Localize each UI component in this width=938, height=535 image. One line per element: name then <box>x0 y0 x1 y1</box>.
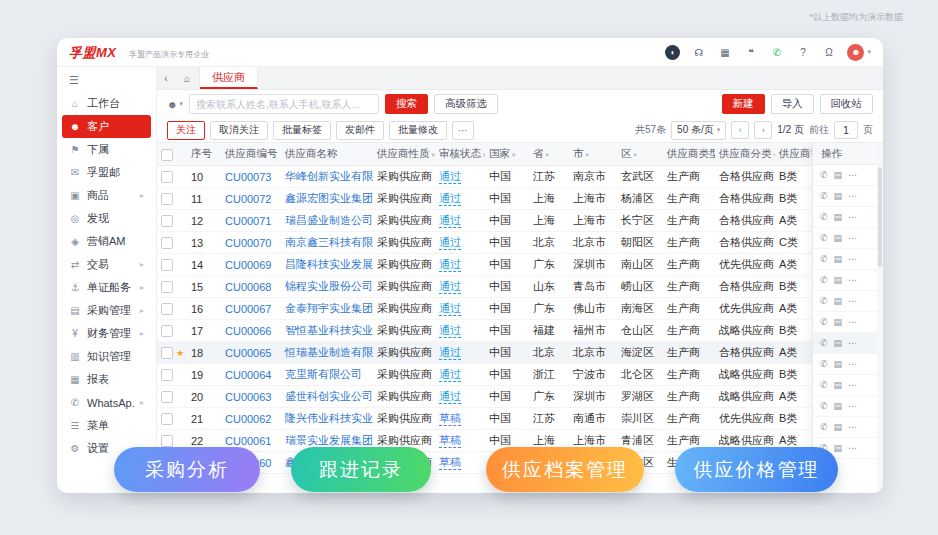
support-headset-icon[interactable]: ☊ <box>691 45 706 60</box>
supplier-code-link[interactable]: CU00070 <box>225 237 271 249</box>
supplier-name-link[interactable]: 锦程实业股份公司 <box>285 280 373 292</box>
search-button[interactable]: 搜索 <box>385 94 428 114</box>
col-header-5[interactable]: 国家▾ <box>485 143 529 166</box>
chat-icon[interactable]: ❝ <box>743 45 758 60</box>
filter-caret-icon[interactable]: ▾ <box>432 151 435 158</box>
tab-suppliers[interactable]: 供应商 <box>200 67 258 89</box>
supplier-name-link[interactable]: 金泰翔宇实业集团 <box>285 302 373 314</box>
filter-caret-icon[interactable]: ▾ <box>586 151 589 158</box>
row-checkbox[interactable] <box>161 303 173 315</box>
detail-doc-icon[interactable]: ▤ <box>834 191 843 201</box>
search-input[interactable] <box>189 94 379 114</box>
supplier-code-link[interactable]: CU00061 <box>225 435 271 447</box>
table-row[interactable]: 10CU00073华峰创新实业有限...采购供应商通过中国江苏南京市玄武区生产商… <box>157 166 825 188</box>
sidebar-item-marketing-am[interactable]: ◈营销AM <box>62 230 151 253</box>
new-button[interactable]: 新建 <box>722 94 765 114</box>
sidebar-item-finance[interactable]: ¥财务管理▸ <box>62 322 151 345</box>
detail-doc-icon[interactable]: ▤ <box>834 233 843 243</box>
table-row[interactable]: 16CU00067金泰翔宇实业集团采购供应商通过中国广东佛山市南海区生产商优先供… <box>157 298 825 320</box>
notification-bell-icon[interactable]: Ω <box>821 45 836 60</box>
audit-status[interactable]: 草稿 <box>439 434 461 448</box>
scrollbar-thumb[interactable] <box>878 167 882 267</box>
table-row[interactable]: 19CU00064克里斯有限公司采购供应商通过中国浙江宁波市北仑区生产商战略供应… <box>157 364 825 386</box>
row-checkbox[interactable] <box>161 325 173 337</box>
row-more-icon[interactable]: ⋯ <box>848 317 857 327</box>
audit-status[interactable]: 通过 <box>439 390 461 404</box>
row-more-icon[interactable]: ⋯ <box>848 254 857 264</box>
supplier-name-link[interactable]: 智恒基业科技实业 <box>285 324 373 336</box>
sidebar-item-workbench[interactable]: ⌂工作台 <box>62 92 151 115</box>
tab-back-icon[interactable]: ‹ <box>157 67 175 89</box>
sidebar-item-procurement[interactable]: ▤采购管理▸ <box>62 299 151 322</box>
supplier-code-link[interactable]: CU00071 <box>225 215 271 227</box>
send-mail-button[interactable]: 发邮件 <box>336 121 384 140</box>
audit-status[interactable]: 草稿 <box>439 412 461 426</box>
prev-page-button[interactable]: ‹ <box>731 121 749 139</box>
follow-button[interactable]: 关注 <box>167 121 205 140</box>
col-header-9[interactable]: 供应商类型▾ <box>663 143 715 166</box>
detail-doc-icon[interactable]: ▤ <box>834 338 843 348</box>
filter-caret-icon[interactable]: ▾ <box>774 151 776 158</box>
detail-doc-icon[interactable]: ▤ <box>834 401 843 411</box>
row-more-icon[interactable]: ⋯ <box>848 443 857 453</box>
row-more-icon[interactable]: ⋯ <box>848 380 857 390</box>
detail-doc-icon[interactable]: ▤ <box>834 275 843 285</box>
audit-status[interactable]: 通过 <box>439 346 461 360</box>
audit-status[interactable]: 通过 <box>439 280 461 294</box>
goto-page-input[interactable] <box>834 121 858 139</box>
sidebar-item-trade[interactable]: ⇄交易▸ <box>62 253 151 276</box>
supplier-name-link[interactable]: 恒瑞基业制造有限... <box>285 346 373 358</box>
table-row[interactable]: 12CU00071瑞昌盛业制造公司采购供应商通过中国上海上海市长宁区生产商合格供… <box>157 210 825 232</box>
bulk-edit-button[interactable]: 批量修改 <box>389 121 447 140</box>
row-checkbox[interactable] <box>161 413 173 425</box>
row-checkbox[interactable] <box>161 171 173 183</box>
sidebar-item-reports[interactable]: ▦报表 <box>62 368 151 391</box>
row-checkbox[interactable] <box>161 193 173 205</box>
more-actions-button[interactable]: ⋯ <box>452 121 474 140</box>
follow-up-record-button[interactable]: 跟进记录 <box>291 447 431 492</box>
recycle-bin-button[interactable]: 回收站 <box>820 94 874 114</box>
row-checkbox[interactable] <box>161 237 173 249</box>
table-row[interactable]: 14CU00069昌隆科技实业发展...采购供应商通过中国广东深圳市南山区生产商… <box>157 254 825 276</box>
select-all-checkbox[interactable] <box>161 149 173 161</box>
contact-phone-icon[interactable]: ✆ <box>820 401 828 411</box>
sidebar-item-knowledge[interactable]: ▥知识管理 <box>62 345 151 368</box>
contact-phone-icon[interactable]: ✆ <box>820 170 828 180</box>
row-checkbox[interactable] <box>161 369 173 381</box>
sidebar-toggle[interactable]: ☰ <box>57 69 156 92</box>
filter-caret-icon[interactable]: ▾ <box>634 151 637 158</box>
col-header-2[interactable]: 供应商名称 <box>281 143 373 166</box>
unfollow-button[interactable]: 取消关注 <box>210 121 268 140</box>
user-menu[interactable]: ☻ ▾ <box>847 44 871 61</box>
contact-phone-icon[interactable]: ✆ <box>820 212 828 222</box>
row-checkbox[interactable] <box>161 391 173 403</box>
col-header-4[interactable]: 审核状态▾ <box>435 143 485 166</box>
detail-doc-icon[interactable]: ▤ <box>834 359 843 369</box>
contact-phone-icon[interactable]: ✆ <box>820 380 828 390</box>
contact-phone-icon[interactable]: ✆ <box>820 191 828 201</box>
star-icon[interactable]: ★ <box>176 348 184 358</box>
row-more-icon[interactable]: ⋯ <box>848 338 857 348</box>
supplier-name-link[interactable]: 南京鑫三科技有限... <box>285 236 373 248</box>
detail-doc-icon[interactable]: ▤ <box>834 443 843 453</box>
supplier-name-link[interactable]: 瑞景实业发展集团... <box>285 434 373 446</box>
help-icon[interactable]: ? <box>795 45 810 60</box>
row-more-icon[interactable]: ⋯ <box>848 212 857 222</box>
row-more-icon[interactable]: ⋯ <box>848 359 857 369</box>
col-header-8[interactable]: 区▾ <box>617 143 663 166</box>
supplier-code-link[interactable]: CU00066 <box>225 325 271 337</box>
supplier-code-link[interactable]: CU00067 <box>225 303 271 315</box>
col-header-0[interactable]: 序号 <box>187 143 221 166</box>
audit-status[interactable]: 通过 <box>439 368 461 382</box>
contact-phone-icon[interactable]: ✆ <box>820 296 828 306</box>
row-more-icon[interactable]: ⋯ <box>848 422 857 432</box>
audit-status[interactable]: 草稿 <box>439 456 461 470</box>
sidebar-item-whatsapp[interactable]: ✆WhatsAp...▸ <box>62 391 151 414</box>
detail-doc-icon[interactable]: ▤ <box>834 422 843 432</box>
supplier-name-link[interactable]: 盛世科创实业公司 <box>285 390 373 402</box>
supplier-code-link[interactable]: CU00068 <box>225 281 271 293</box>
row-checkbox[interactable] <box>161 435 173 447</box>
sidebar-item-shipping-docs[interactable]: ⚓单证船务▸ <box>62 276 151 299</box>
table-row[interactable]: 21CU00062隆兴伟业科技实业采购供应商草稿中国江苏南通市崇川区生产商优先供… <box>157 408 825 430</box>
theme-icon[interactable]: ◐ <box>665 45 680 60</box>
